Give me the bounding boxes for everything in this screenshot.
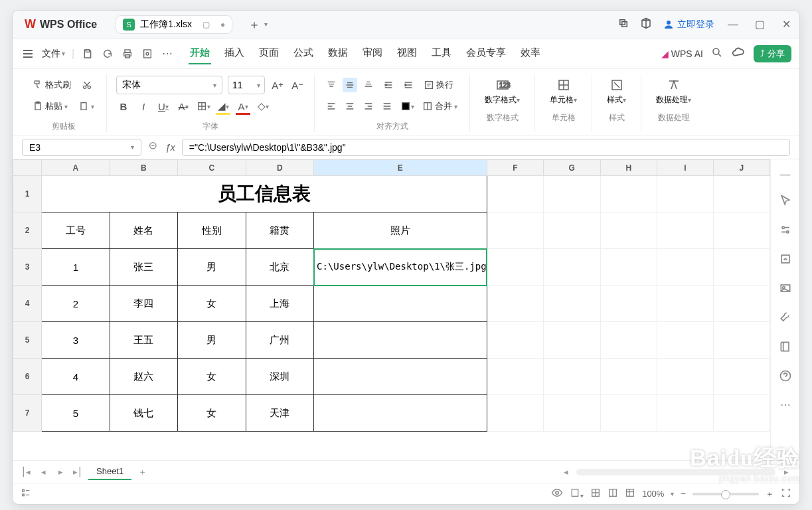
styles-button[interactable]: 样式▾ [602, 74, 631, 108]
more-icon[interactable]: ⋯ [161, 47, 174, 60]
data-cell-3-4[interactable]: C:\Users\ylw\Desktop\1\张三.jpg [314, 249, 487, 286]
data-process-button[interactable]: 数据处理▾ [651, 74, 696, 108]
empty-cell[interactable] [600, 359, 657, 395]
col-header-D[interactable]: D [246, 160, 313, 176]
spreadsheet-grid[interactable]: ABCDEFGHIJ1员工信息表2工号姓名性别籍贯照片31张三男北京C:\Use… [13, 159, 770, 460]
align-right-button[interactable] [361, 99, 376, 114]
empty-cell[interactable] [657, 322, 714, 359]
decrease-font-button[interactable]: A− [290, 78, 305, 92]
orientation-button[interactable]: ▾ [400, 99, 414, 114]
border-button[interactable]: ▾ [196, 99, 210, 114]
data-cell-5-1[interactable]: 王五 [110, 322, 177, 359]
side-book-icon[interactable] [779, 340, 792, 356]
empty-cell[interactable] [713, 395, 770, 432]
strike-button[interactable]: A▾ [176, 99, 191, 114]
zoom-in-button[interactable]: ＋ [766, 488, 774, 500]
data-cell-6-4[interactable] [314, 359, 487, 395]
hscroll-left[interactable]: ◂ [559, 467, 572, 477]
sheet-last-button[interactable]: ▸⎮ [71, 467, 84, 477]
login-link[interactable]: 立即登录 [663, 19, 714, 31]
ribbon-tab-7[interactable]: 工具 [430, 42, 453, 64]
font-select[interactable]: 宋体▾ [116, 76, 222, 94]
align-bottom-button[interactable] [361, 78, 376, 92]
col-header-G[interactable]: G [543, 160, 600, 176]
align-top-button[interactable] [324, 78, 339, 92]
increase-indent-button[interactable] [401, 78, 416, 92]
document-tab[interactable]: S 工作簿1.xlsx ▢ ● [116, 15, 232, 34]
data-cell-7-4[interactable] [314, 395, 487, 432]
empty-cell[interactable] [543, 212, 600, 249]
increase-font-button[interactable]: A+ [270, 78, 285, 92]
data-cell-3-0[interactable]: 1 [42, 249, 110, 286]
status-list-icon[interactable] [21, 487, 31, 500]
col-header-C[interactable]: C [178, 160, 246, 176]
col-header-I[interactable]: I [657, 160, 714, 176]
header-cell[interactable]: 姓名 [110, 212, 177, 249]
number-format-button[interactable]: 123数字格式▾ [479, 74, 525, 108]
data-cell-7-1[interactable]: 钱七 [110, 395, 177, 432]
side-tool-icon[interactable] [779, 311, 792, 327]
sheet-tab[interactable]: Sheet1 [88, 464, 131, 480]
row-header-2[interactable]: 2 [13, 212, 42, 249]
ribbon-tab-9[interactable]: 效率 [519, 42, 542, 64]
empty-cell[interactable] [713, 359, 770, 395]
underline-button[interactable]: U▾ [156, 99, 171, 114]
col-header-B[interactable]: B [110, 160, 177, 176]
row-header-6[interactable]: 6 [13, 359, 42, 395]
bold-button[interactable]: B [116, 99, 131, 114]
empty-cell[interactable] [600, 212, 657, 249]
empty-cell[interactable] [713, 212, 770, 249]
decrease-indent-button[interactable] [381, 78, 396, 92]
col-header-H[interactable]: H [600, 160, 657, 176]
side-cursor-icon[interactable] [779, 194, 792, 210]
cube-icon[interactable] [640, 17, 652, 32]
empty-cell[interactable] [487, 359, 543, 395]
ribbon-tab-1[interactable]: 插入 [223, 42, 246, 64]
empty-cell[interactable] [487, 212, 543, 249]
data-cell-7-3[interactable]: 天津 [246, 395, 313, 432]
tab-close-icon[interactable]: ● [220, 20, 225, 29]
empty-cell[interactable] [543, 395, 600, 432]
view-normal-button[interactable] [590, 487, 601, 500]
empty-cell[interactable] [600, 322, 657, 359]
menu-icon[interactable] [21, 47, 35, 60]
zoom-out-button[interactable]: − [681, 489, 686, 499]
empty-cell[interactable] [487, 286, 543, 322]
view-eye-icon[interactable] [551, 487, 563, 501]
print-icon[interactable] [121, 48, 134, 59]
empty-cell[interactable] [713, 176, 770, 212]
row-header-5[interactable]: 5 [13, 322, 42, 359]
row-header-7[interactable]: 7 [13, 395, 42, 432]
ribbon-tab-0[interactable]: 开始 [189, 42, 211, 64]
align-middle-button[interactable] [343, 78, 357, 92]
zoom-slider[interactable] [692, 493, 759, 495]
sheet-first-button[interactable]: ⎮◂ [19, 467, 33, 477]
empty-cell[interactable] [487, 176, 543, 212]
zoom-level[interactable]: 100% [642, 489, 664, 499]
empty-cell[interactable] [657, 176, 714, 212]
maximize-button[interactable]: ▢ [752, 17, 768, 33]
data-cell-6-3[interactable]: 深圳 [246, 359, 313, 395]
empty-cell[interactable] [657, 286, 714, 322]
preview-icon[interactable] [141, 48, 154, 59]
tab-pin-icon[interactable]: ▢ [203, 20, 210, 29]
empty-cell[interactable] [657, 359, 714, 395]
align-center-button[interactable] [343, 99, 357, 114]
col-header-E[interactable]: E [314, 160, 487, 176]
cells-button[interactable]: 单元格▾ [544, 74, 582, 108]
align-left-button[interactable] [324, 99, 339, 114]
data-cell-5-0[interactable]: 3 [42, 322, 110, 359]
sheet-prev-button[interactable]: ◂ [37, 467, 50, 477]
side-square-icon[interactable] [779, 252, 792, 268]
empty-cell[interactable] [487, 395, 543, 432]
row-header-1[interactable]: 1 [13, 176, 42, 212]
empty-cell[interactable] [600, 286, 657, 322]
view-layout-button[interactable] [608, 487, 618, 500]
empty-cell[interactable] [543, 359, 600, 395]
ribbon-tab-5[interactable]: 审阅 [361, 42, 384, 64]
clipboard-button[interactable]: ▾ [76, 100, 97, 113]
clear-format-button[interactable]: ◇▾ [256, 99, 270, 114]
close-button[interactable]: ✕ [778, 17, 794, 33]
ribbon-tab-3[interactable]: 公式 [292, 42, 315, 64]
header-cell[interactable]: 工号 [42, 212, 110, 249]
